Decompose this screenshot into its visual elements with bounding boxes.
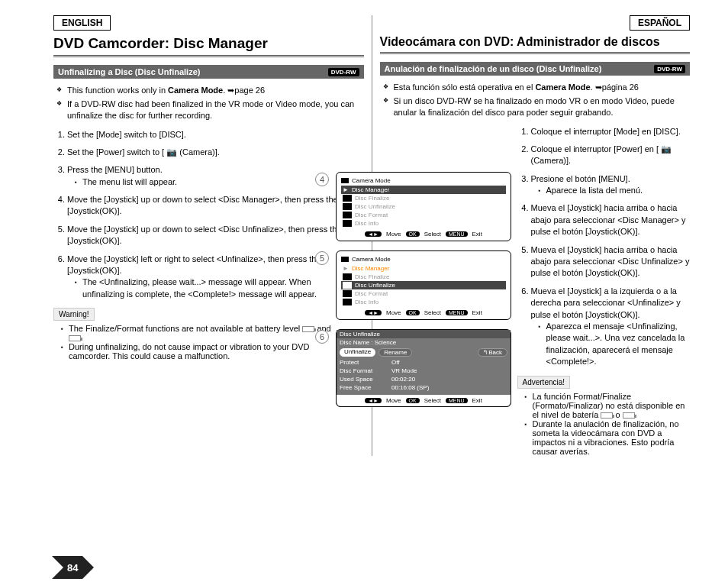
step-number-6: 6 xyxy=(315,330,329,344)
battery-icon xyxy=(69,335,81,341)
menu-icon xyxy=(343,273,352,280)
warning-label-en: Warning! xyxy=(53,308,95,321)
screen-6: 6 Disc Unfinalize Disc Name : Science Un… xyxy=(336,329,511,407)
back-button: ↰Back xyxy=(478,348,507,357)
menu-icon xyxy=(343,195,352,202)
menu-button-icon: MENU xyxy=(446,231,468,237)
menu-icon xyxy=(343,212,352,218)
unfinalize-button: Unfinalize xyxy=(340,348,375,357)
screen-illustrations: 4 Camera Mode ►Disc Manager Disc Finaliz… xyxy=(336,172,511,416)
menu-icon xyxy=(343,299,352,305)
camera-icon xyxy=(341,257,349,262)
title-es: Videocámara con DVD: Administrador de di… xyxy=(380,35,691,54)
warning-list-es: La función Format/Finalize (Formato/Fina… xyxy=(517,392,691,456)
intro-bullets-es: Esta función sólo está operativa en el C… xyxy=(380,82,691,118)
page-number: 84 xyxy=(52,556,98,579)
ok-icon: OK xyxy=(406,398,420,403)
intro-bullets-en: This function works only in Camera Mode.… xyxy=(53,85,364,121)
menu-button-icon: MENU xyxy=(446,398,468,403)
battery-icon xyxy=(623,412,635,419)
battery-icon xyxy=(601,412,613,419)
menu-icon xyxy=(343,220,352,227)
step-number-5: 5 xyxy=(315,251,329,265)
rename-button: Rename xyxy=(378,348,412,357)
menu-button-icon: MENU xyxy=(446,310,468,315)
step-number-4: 4 xyxy=(315,173,329,186)
svg-text:84: 84 xyxy=(67,562,79,574)
dvdrw-badge: DVD-RW xyxy=(654,65,685,73)
menu-icon xyxy=(343,203,352,210)
menu-icon xyxy=(343,282,352,289)
steps-es: Coloque el interruptor [Mode] en [DISC].… xyxy=(517,126,691,368)
move-icon: ◄► xyxy=(365,231,382,237)
ok-icon: OK xyxy=(406,231,420,237)
camera-icon xyxy=(341,178,349,183)
dvdrw-badge: DVD-RW xyxy=(328,68,359,76)
screen-5: 5 Camera Mode ►Disc Manager Disc Finaliz… xyxy=(336,250,511,320)
lang-tab-english: ENGLISH xyxy=(53,15,111,31)
subhead-en: Unfinalizing a Disc (Disc Unfinalize) DV… xyxy=(53,65,364,79)
move-icon: ◄► xyxy=(365,310,382,315)
screen-4: 4 Camera Mode ►Disc Manager Disc Finaliz… xyxy=(336,172,511,241)
ok-icon: OK xyxy=(406,310,420,315)
warning-list-en: The Finalize/Format functions are not av… xyxy=(53,324,343,360)
english-column: ENGLISH DVD Camcorder: Disc Manager Unfi… xyxy=(46,15,372,456)
warning-label-es: Advertencia! xyxy=(517,376,571,389)
move-icon: ◄► xyxy=(365,398,382,403)
battery-icon xyxy=(302,326,314,332)
subhead-es: Anulación de finalización de un disco (D… xyxy=(380,62,691,76)
steps-en: Set the [Mode] switch to [DISC]. Set the… xyxy=(53,129,343,301)
menu-icon xyxy=(343,290,352,297)
lang-tab-spanish: ESPAÑOL xyxy=(630,15,690,31)
title-en: DVD Camcorder: Disc Manager xyxy=(53,35,364,57)
